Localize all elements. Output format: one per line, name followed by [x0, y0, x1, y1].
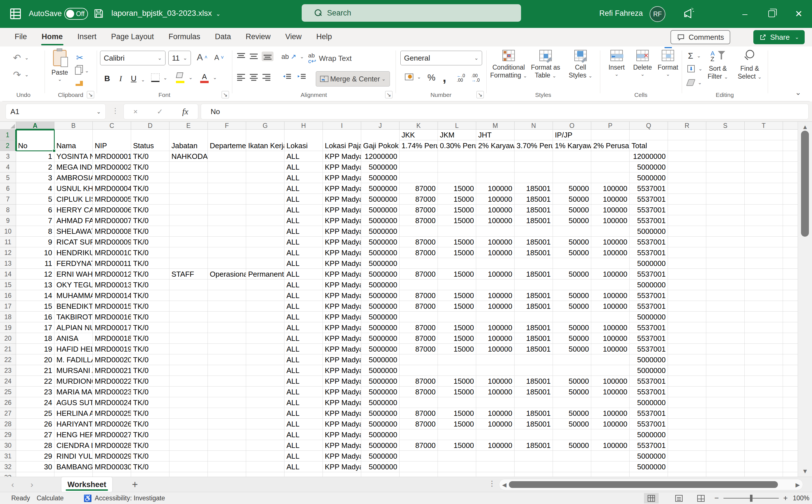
cell-H25[interactable]: ALL — [285, 387, 323, 397]
cell-O9[interactable]: 50000 — [553, 215, 591, 226]
cell-E15[interactable] — [169, 279, 208, 290]
cell-C26[interactable]: MRD00024 — [93, 397, 131, 408]
cell-M30[interactable]: 100000 — [476, 440, 514, 451]
column-header-Q[interactable]: Q — [630, 122, 668, 130]
cell-styles-button[interactable]: Cell Styles — [565, 50, 596, 92]
cell-M26[interactable] — [476, 397, 514, 408]
cell-O23[interactable] — [553, 365, 591, 376]
cell-T33[interactable] — [745, 472, 783, 477]
cell-B3[interactable]: YOSINTA N — [54, 151, 93, 162]
cell-E9[interactable] — [169, 215, 208, 226]
cell-H10[interactable]: ALL — [285, 226, 323, 237]
column-header-I[interactable]: I — [323, 122, 361, 130]
cell-C21[interactable]: MRD00019 — [93, 344, 131, 354]
cell-I9[interactable]: KPP Madya — [323, 215, 361, 226]
cell-P26[interactable] — [591, 397, 630, 408]
cell-B2[interactable]: Nama — [54, 140, 93, 151]
cell-N4[interactable] — [514, 162, 553, 172]
cell-Q2[interactable]: Total — [630, 140, 668, 151]
cell-A1[interactable] — [16, 130, 54, 140]
cell-U28[interactable] — [783, 419, 798, 429]
cell-B18[interactable]: TAKBIROTU — [54, 312, 93, 322]
cell-L24[interactable]: 15000 — [438, 376, 476, 387]
vertical-scroll-thumb[interactable] — [801, 131, 809, 237]
cell-H5[interactable]: ALL — [285, 172, 323, 183]
cell-C17[interactable]: MRD00015 — [93, 301, 131, 312]
cell-T8[interactable] — [745, 205, 783, 215]
cell-I32[interactable]: KPP Madya — [323, 461, 361, 472]
row-header-17[interactable]: 17 — [0, 301, 16, 312]
cell-N6[interactable]: 185001 — [514, 183, 553, 194]
cell-A15[interactable]: 13 — [16, 279, 54, 290]
wrap-text-button[interactable]: abc↩ Wrap Text — [308, 53, 352, 64]
cell-C3[interactable]: MRD00001 — [93, 151, 131, 162]
cell-N11[interactable]: 185001 — [514, 237, 553, 247]
cell-D15[interactable]: TK/0 — [131, 279, 169, 290]
cell-M13[interactable] — [476, 258, 514, 269]
cell-Q4[interactable]: 5000000 — [630, 162, 668, 172]
cell-C1[interactable] — [93, 130, 131, 140]
zoom-in-button[interactable]: + — [783, 494, 788, 503]
insert-function-icon[interactable]: fx — [182, 107, 188, 116]
cell-M7[interactable]: 100000 — [476, 194, 514, 205]
tab-insert[interactable]: Insert — [70, 28, 104, 46]
cell-N17[interactable]: 185001 — [514, 301, 553, 312]
alignment-dialog-launcher[interactable]: ↘ — [385, 91, 392, 98]
cell-H3[interactable]: ALL — [285, 151, 323, 162]
cell-Q1[interactable] — [630, 130, 668, 140]
cell-I5[interactable]: KPP Madya — [323, 172, 361, 183]
column-header-N[interactable]: N — [514, 122, 553, 130]
cell-M19[interactable]: 100000 — [476, 322, 514, 333]
cell-K17[interactable]: 87000 — [400, 301, 438, 312]
cell-C6[interactable]: MRD00004 — [93, 183, 131, 194]
share-button[interactable]: Share ⌄ — [753, 30, 805, 44]
cell-L33[interactable] — [438, 472, 476, 477]
cell-S6[interactable] — [706, 183, 745, 194]
cell-E1[interactable] — [169, 130, 208, 140]
cell-C10[interactable]: MRD00008 — [93, 226, 131, 237]
cell-S4[interactable] — [706, 162, 745, 172]
zoom-slider-handle[interactable] — [750, 495, 753, 502]
cell-D18[interactable]: TK/0 — [131, 312, 169, 322]
cell-N18[interactable] — [514, 312, 553, 322]
cell-U12[interactable] — [783, 247, 798, 258]
cell-R2[interactable] — [668, 140, 706, 151]
cell-E25[interactable] — [169, 387, 208, 397]
cell-D19[interactable]: TK/0 — [131, 322, 169, 333]
cell-M12[interactable]: 100000 — [476, 247, 514, 258]
cell-N26[interactable] — [514, 397, 553, 408]
cell-U23[interactable] — [783, 365, 798, 376]
row-header-14[interactable]: 14 — [0, 269, 16, 279]
cell-K21[interactable]: 87000 — [400, 344, 438, 354]
cell-N24[interactable]: 185001 — [514, 376, 553, 387]
cell-K9[interactable]: 87000 — [400, 215, 438, 226]
cell-I24[interactable]: KPP Madya — [323, 376, 361, 387]
cell-I33[interactable] — [323, 472, 361, 477]
cell-O10[interactable] — [553, 226, 591, 237]
cell-E30[interactable] — [169, 440, 208, 451]
row-header-2[interactable]: 2 — [0, 140, 16, 151]
cell-J17[interactable]: 5000000 — [361, 301, 400, 312]
cell-S23[interactable] — [706, 365, 745, 376]
cell-P11[interactable]: 100000 — [591, 237, 630, 247]
cell-G16[interactable] — [246, 290, 285, 301]
cell-R10[interactable] — [668, 226, 706, 237]
cell-T19[interactable] — [745, 322, 783, 333]
cell-A33[interactable] — [16, 472, 54, 477]
cell-L32[interactable] — [438, 461, 476, 472]
previous-sheet-icon[interactable]: ‹ — [11, 480, 14, 489]
cell-K29[interactable] — [400, 429, 438, 440]
cell-D5[interactable]: TK/0 — [131, 172, 169, 183]
cell-G4[interactable] — [246, 162, 285, 172]
cell-I28[interactable]: KPP Madya — [323, 419, 361, 429]
cell-C12[interactable]: MRD00010 — [93, 247, 131, 258]
cell-Q19[interactable]: 5537001 — [630, 322, 668, 333]
cell-K30[interactable]: 87000 — [400, 440, 438, 451]
cell-J30[interactable]: 5000000 — [361, 440, 400, 451]
cell-I10[interactable]: KPP Madya — [323, 226, 361, 237]
cell-S15[interactable] — [706, 279, 745, 290]
cell-T23[interactable] — [745, 365, 783, 376]
cell-L8[interactable]: 15000 — [438, 205, 476, 215]
cell-M6[interactable]: 100000 — [476, 183, 514, 194]
autosum-button[interactable]: Σ — [688, 51, 701, 61]
